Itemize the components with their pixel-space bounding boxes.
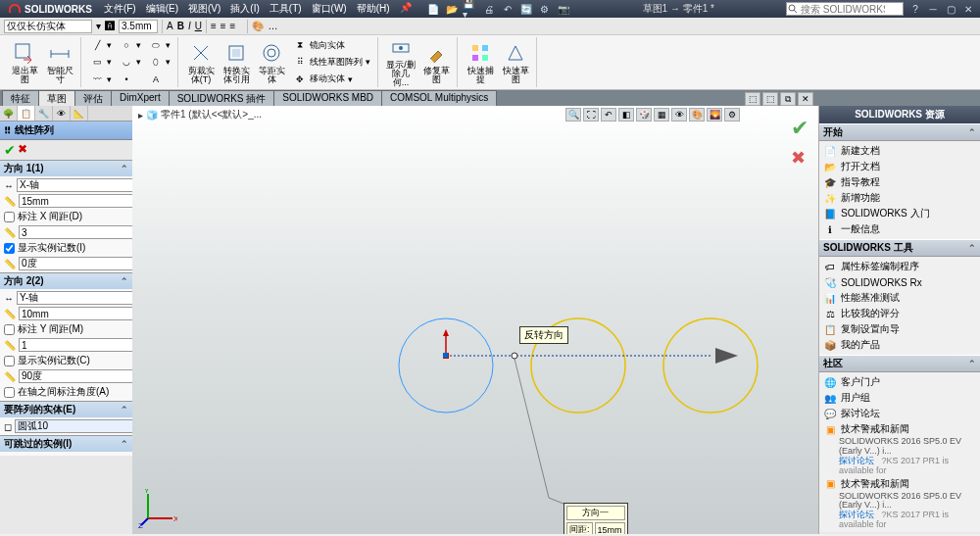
fm-tab-tree[interactable]: 🌳 <box>0 106 18 121</box>
bold-icon[interactable]: B <box>177 21 184 31</box>
pm-section-header[interactable]: 可跳过的实例(I)⌃ <box>0 436 132 452</box>
open-icon[interactable]: 📂 <box>444 2 460 16</box>
menu-file[interactable]: 文件(F) <box>100 0 140 18</box>
task-pane-item[interactable]: ✨新增功能 <box>821 190 978 206</box>
convert-button[interactable]: 转换实体引用 <box>220 37 253 87</box>
capture-icon[interactable]: 📷 <box>556 2 571 16</box>
options-icon[interactable]: ⚙ <box>537 2 553 16</box>
news-item[interactable]: ▣技术警戒和新闻 <box>821 421 978 437</box>
orientation-triad[interactable]: X Y Z <box>138 489 177 528</box>
fm-tab-dim[interactable]: 📐 <box>71 106 88 121</box>
menu-view[interactable]: 视图(V) <box>184 0 224 18</box>
menu-tools[interactable]: 工具(T) <box>266 0 306 18</box>
pm-combo[interactable] <box>17 291 147 305</box>
layer-opts-icon[interactable]: ▾ <box>96 21 101 31</box>
task-pane-item[interactable]: 💬探讨论坛 <box>821 406 978 421</box>
undo-icon[interactable]: ↶ <box>500 2 515 16</box>
rect-tool[interactable]: ▭▾ <box>87 54 115 70</box>
ellipse-tool[interactable]: ⬯▾ <box>146 54 173 70</box>
tab-dimxpert[interactable]: DimXpert <box>111 90 170 106</box>
tab-addins[interactable]: SOLIDWORKS 插件 <box>169 90 275 106</box>
task-pane-item[interactable]: 🎓指导教程 <box>821 174 978 190</box>
tab-comsol[interactable]: COMSOL Multiphysics <box>381 90 497 106</box>
cascade-icon[interactable]: ⧉ <box>780 92 796 106</box>
pm-ok-button[interactable]: ✔ <box>4 142 16 158</box>
repair-sketch-button[interactable]: 修复草图 <box>419 37 453 87</box>
italic-icon[interactable]: I <box>188 21 191 31</box>
fm-tab-config[interactable]: 🔧 <box>35 106 53 121</box>
offset-button[interactable]: 等距实体 <box>255 37 288 87</box>
circle-tool[interactable]: ○▾ <box>117 37 144 53</box>
close-doc-icon[interactable]: ✕ <box>798 92 813 106</box>
fm-tab-pm[interactable]: 📋 <box>18 106 35 121</box>
pm-checkbox[interactable] <box>4 356 15 366</box>
task-pane-item[interactable]: 🩺SOLIDWORKS Rx <box>821 274 978 290</box>
pm-section-header[interactable]: 要阵列的实体(E)⌃ <box>0 402 132 417</box>
task-pane-item[interactable]: 🏷属性标签编制程序 <box>821 259 978 274</box>
rp-section-community[interactable]: 社区⌃ <box>819 355 980 372</box>
quick-snap-button[interactable]: 快速捕捉 <box>464 37 497 87</box>
color-icon[interactable]: 🎨 <box>252 21 264 31</box>
menu-window[interactable]: 窗口(W) <box>308 0 351 18</box>
rebuild-icon[interactable]: 🔄 <box>518 2 534 16</box>
mirror-button[interactable]: ⧗镜向实体 <box>290 37 373 53</box>
save-icon[interactable]: 💾▾ <box>463 2 478 16</box>
arc-tool[interactable]: ◡▾ <box>117 54 144 70</box>
new-icon[interactable]: 📄 <box>425 2 441 16</box>
smart-dimension-button[interactable]: 智能尺寸 <box>43 37 76 87</box>
collapse-icon[interactable]: ⌃ <box>968 127 976 137</box>
point-tool[interactable]: • <box>117 72 144 87</box>
rp-section-start[interactable]: 开始⌃ <box>819 123 980 141</box>
font-opts-icon[interactable]: 🅰 <box>105 21 115 31</box>
pm-value-input[interactable] <box>19 369 149 383</box>
slot-tool[interactable]: ⬭▾ <box>146 37 173 53</box>
display-relations-button[interactable]: 显示/删除几何... <box>384 37 417 87</box>
dimension-callout[interactable]: 方向一 间距:15mm 实例:3 <box>564 503 628 534</box>
pm-value-input[interactable] <box>19 257 149 270</box>
maximize-icon[interactable]: ▢ <box>943 2 958 16</box>
print-icon[interactable]: 🖨 <box>481 2 497 16</box>
rp-section-tools[interactable]: SOLIDWORKS 工具⌃ <box>819 239 980 257</box>
menu-help[interactable]: 帮助(H) <box>353 0 394 18</box>
menu-edit[interactable]: 编辑(E) <box>142 0 182 18</box>
spline-tool[interactable]: 〰▾ <box>87 72 115 87</box>
pm-value-input[interactable] <box>19 225 149 239</box>
minimize-icon[interactable]: ─ <box>925 2 941 16</box>
line-tool[interactable]: ╱▾ <box>87 37 115 53</box>
pm-section-header[interactable]: 方向 1(1)⌃ <box>0 161 132 176</box>
help-icon[interactable]: ? <box>907 2 923 16</box>
pm-combo[interactable] <box>17 178 147 192</box>
task-pane-item[interactable]: 👥用户组 <box>821 390 978 406</box>
collapse-icon[interactable]: ⌃ <box>968 359 976 368</box>
task-pane-item[interactable]: 📄新建文档 <box>821 143 978 159</box>
align-center-icon[interactable]: ≡ <box>220 21 226 31</box>
tab-mbd[interactable]: SOLIDWORKS MBD <box>273 90 382 106</box>
trim-button[interactable]: 剪裁实体(T) <box>184 37 218 87</box>
tab-features[interactable]: 特征 <box>2 90 39 106</box>
more-opts-icon[interactable]: … <box>268 21 277 31</box>
text-tool[interactable]: A <box>146 72 173 87</box>
task-pane-item[interactable]: 📦我的产品 <box>821 337 978 353</box>
linear-pattern-button[interactable]: ⠿线性草图阵列▾ <box>290 54 373 70</box>
tab-sketch[interactable]: 草图 <box>38 90 75 106</box>
news-item[interactable]: ▣技术警戒和新闻 <box>821 476 978 492</box>
pm-checkbox[interactable] <box>4 243 15 254</box>
underline-icon[interactable]: U <box>195 21 202 31</box>
task-pane-item[interactable]: 📂打开文档 <box>821 159 978 174</box>
fm-tab-display[interactable]: 👁 <box>53 106 71 121</box>
dimension-value[interactable]: 3.5mm <box>119 20 158 33</box>
align-right-icon[interactable]: ≡ <box>230 21 236 31</box>
task-pane-item[interactable]: 🌐客户门户 <box>821 374 978 390</box>
move-button[interactable]: ✥移动实体▾ <box>290 72 373 87</box>
task-pane-item[interactable]: 📊性能基准测试 <box>821 290 978 306</box>
rapid-sketch-button[interactable]: 快速草图 <box>499 37 532 87</box>
task-pane-item[interactable]: 📋复制设置向导 <box>821 321 978 337</box>
pm-checkbox[interactable] <box>4 387 15 398</box>
pm-cancel-button[interactable]: ✖ <box>18 142 27 158</box>
news-link[interactable]: 探讨论坛 <box>839 456 874 465</box>
pm-value-input[interactable] <box>19 194 149 208</box>
reverse-icon[interactable]: ↔ <box>4 178 14 192</box>
collapse-icon[interactable]: ⌃ <box>968 243 976 253</box>
pm-checkbox[interactable] <box>4 212 15 222</box>
tile-v-icon[interactable]: ⬚ <box>762 92 778 106</box>
